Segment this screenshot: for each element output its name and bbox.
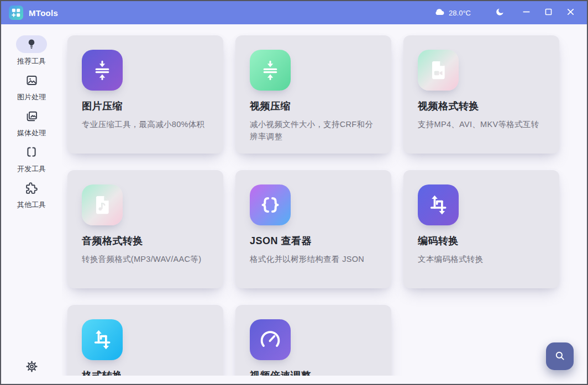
compress-icon: [82, 50, 123, 91]
close-icon: [566, 8, 575, 18]
tool-card-title: JSON 查看器: [250, 234, 377, 247]
tools-scroll-area[interactable]: 图片压缩 专业压缩工具，最高减小80%体积: [62, 24, 587, 376]
minimize-icon: [522, 8, 531, 18]
tool-card-title: 格式转换: [82, 369, 209, 376]
transform-arrows-icon: [82, 319, 123, 360]
tool-card-title: 编码转换: [418, 234, 545, 247]
moon-icon: [495, 7, 505, 18]
maximize-icon: [544, 8, 553, 18]
temperature-label: 28.0°C: [449, 9, 471, 17]
sidebar: 推荐工具 图片处理: [1, 24, 62, 384]
tool-card-title: 音频格式转换: [82, 234, 209, 247]
theme-toggle-button[interactable]: [492, 5, 507, 20]
tool-grid: 图片压缩 专业压缩工具，最高减小80%体积: [67, 35, 581, 376]
tool-card-format-convert[interactable]: 格式转换: [67, 305, 223, 376]
compress-icon: [250, 50, 291, 91]
tool-card-image-compress[interactable]: 图片压缩 专业压缩工具，最高减小80%体积: [67, 35, 223, 154]
app-window: MTools 28.0°C: [0, 0, 588, 385]
sidebar-item-label: 媒体处理: [17, 128, 46, 138]
speedometer-icon: [250, 319, 291, 360]
sidebar-item-label: 推荐工具: [17, 56, 46, 66]
tool-card-description: 专业压缩工具，最高减小80%体积: [82, 118, 209, 130]
minimize-button[interactable]: [518, 5, 534, 20]
weather-widget: 28.0°C: [433, 7, 471, 19]
maximize-button[interactable]: [540, 5, 556, 20]
tool-card-title: 图片压缩: [82, 99, 209, 113]
tool-card-video-convert[interactable]: 视频格式转换 支持MP4、AVI、MKV等格式互转: [403, 35, 559, 154]
tool-card-title: 视频压缩: [250, 99, 377, 113]
tool-card-encoding-convert[interactable]: 编码转换 文本编码格式转换: [403, 170, 559, 288]
tool-card-description: 文本编码格式转换: [418, 253, 545, 265]
media-stack-icon: [16, 107, 47, 125]
gear-icon: [25, 360, 38, 375]
tool-card-description: 支持MP4、AVI、MKV等格式互转: [418, 118, 545, 130]
app-title: MTools: [29, 8, 58, 18]
sidebar-item-label: 其他工具: [17, 200, 46, 210]
tool-card-video-speed[interactable]: 视频倍速调整: [235, 305, 391, 376]
audio-file-icon: [82, 184, 123, 225]
app-logo-icon: [9, 6, 23, 20]
tool-card-description: 减小视频文件大小，支持CRF和分辨率调整: [250, 118, 377, 143]
titlebar: MTools 28.0°C: [1, 1, 587, 24]
tool-card-video-compress[interactable]: 视频压缩 减小视频文件大小，支持CRF和分辨率调整: [235, 35, 391, 154]
puzzle-icon: [16, 179, 47, 197]
sidebar-item-label: 开发工具: [17, 164, 46, 174]
sidebar-item-image-processing[interactable]: 图片处理: [1, 71, 62, 102]
main-content: 图片压缩 专业压缩工具，最高减小80%体积: [62, 24, 587, 384]
tool-card-description: 格式化并以树形结构查看 JSON: [250, 253, 377, 265]
tool-card-title: 视频倍速调整: [250, 369, 377, 376]
braces-icon: [250, 184, 291, 225]
sidebar-item-dev-tools[interactable]: 开发工具: [1, 143, 62, 174]
search-icon: [554, 350, 566, 363]
image-icon: [16, 71, 47, 89]
tool-card-audio-convert[interactable]: 音频格式转换 转换音频格式(MP3/WAV/AAC等): [67, 170, 223, 288]
close-button[interactable]: [563, 5, 578, 20]
sidebar-item-recommended[interactable]: 推荐工具: [1, 35, 62, 66]
video-file-icon: [418, 50, 459, 91]
code-brackets-icon: [16, 143, 47, 161]
cloud-icon: [433, 7, 445, 19]
tool-card-title: 视频格式转换: [418, 99, 545, 113]
lightbulb-icon: [16, 35, 47, 53]
settings-button[interactable]: [24, 360, 39, 375]
sidebar-item-other-tools[interactable]: 其他工具: [1, 179, 62, 210]
tool-card-description: 转换音频格式(MP3/WAV/AAC等): [82, 253, 209, 265]
search-button[interactable]: [546, 342, 574, 370]
transform-arrows-icon: [418, 184, 459, 225]
tool-card-json-viewer[interactable]: JSON 查看器 格式化并以树形结构查看 JSON: [235, 170, 391, 288]
sidebar-item-media-processing[interactable]: 媒体处理: [1, 107, 62, 138]
sidebar-item-label: 图片处理: [17, 92, 46, 102]
